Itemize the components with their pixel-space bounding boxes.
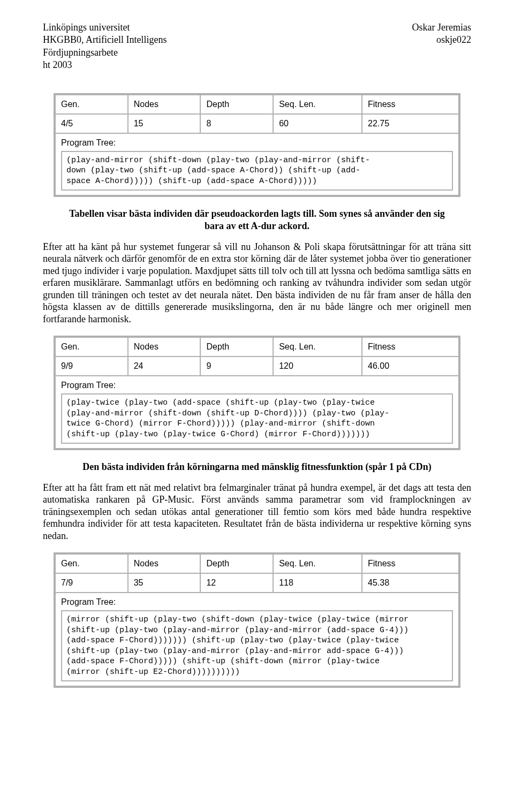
th-depth: Depth bbox=[200, 95, 273, 114]
th-gen: Gen. bbox=[55, 554, 128, 573]
td-depth: 9 bbox=[200, 356, 273, 376]
program-tree-code: (mirror (shift-up (play-two (shift-down … bbox=[61, 610, 453, 681]
program-tree-label: Program Tree: bbox=[61, 138, 453, 151]
program-tree-code: (play-and-mirror (shift-down (play-two (… bbox=[61, 151, 453, 191]
page-header: Linköpings universitet HKGBB0, Artificie… bbox=[43, 21, 471, 72]
program-tree-code: (play-twice (play-two (add-space (shift-… bbox=[61, 393, 453, 444]
td-fitness: 45.38 bbox=[362, 573, 459, 593]
body-paragraph-1: Efter att ha känt på hur systemet funger… bbox=[43, 241, 471, 325]
td-gen: 7/9 bbox=[55, 573, 128, 593]
td-depth: 12 bbox=[200, 573, 273, 593]
td-nodes: 24 bbox=[128, 356, 201, 376]
header-right-line: oskje022 bbox=[412, 34, 471, 46]
th-nodes: Nodes bbox=[128, 337, 201, 356]
td-nodes: 15 bbox=[128, 114, 201, 133]
header-left: Linköpings universitet HKGBB0, Artificie… bbox=[43, 21, 167, 72]
program-tree-row: Program Tree: (play-and-mirror (shift-do… bbox=[55, 133, 459, 196]
th-depth: Depth bbox=[200, 554, 273, 573]
table-caption-1: Tabellen visar bästa individen där pseud… bbox=[64, 208, 450, 233]
results-table-2: Gen. Nodes Depth Seq. Len. Fitness 9/9 2… bbox=[54, 336, 460, 450]
th-seq-len: Seq. Len. bbox=[273, 337, 362, 356]
header-left-line: ht 2003 bbox=[43, 59, 167, 71]
table-header-row: Gen. Nodes Depth Seq. Len. Fitness bbox=[55, 95, 459, 114]
program-tree-row: Program Tree: (play-twice (play-two (add… bbox=[55, 376, 459, 449]
td-nodes: 35 bbox=[128, 573, 201, 593]
th-fitness: Fitness bbox=[362, 554, 459, 573]
td-depth: 8 bbox=[200, 114, 273, 133]
th-fitness: Fitness bbox=[362, 337, 459, 356]
th-nodes: Nodes bbox=[128, 554, 201, 573]
header-right-line: Oskar Jeremias bbox=[412, 21, 471, 34]
program-tree-row: Program Tree: (mirror (shift-up (play-tw… bbox=[55, 593, 459, 686]
table-header-row: Gen. Nodes Depth Seq. Len. Fitness bbox=[55, 554, 459, 573]
header-right: Oskar Jeremias oskje022 bbox=[412, 21, 471, 72]
th-nodes: Nodes bbox=[128, 95, 201, 114]
results-table-1: Gen. Nodes Depth Seq. Len. Fitness 4/5 1… bbox=[54, 93, 460, 198]
header-left-line: Fördjupningsarbete bbox=[43, 47, 167, 59]
program-tree-label: Program Tree: bbox=[61, 597, 453, 610]
table-row: 7/9 35 12 118 45.38 bbox=[55, 573, 459, 593]
table-row: 4/5 15 8 60 22.75 bbox=[55, 114, 459, 133]
th-depth: Depth bbox=[200, 337, 273, 356]
td-seq: 118 bbox=[273, 573, 362, 593]
th-seq-len: Seq. Len. bbox=[273, 95, 362, 114]
td-seq: 120 bbox=[273, 356, 362, 376]
td-gen: 4/5 bbox=[55, 114, 128, 133]
header-left-line: HKGBB0, Artificiell Intelligens bbox=[43, 34, 167, 46]
table-caption-2: Den bästa individen från körningarna med… bbox=[64, 461, 450, 473]
th-seq-len: Seq. Len. bbox=[273, 554, 362, 573]
table-row: 9/9 24 9 120 46.00 bbox=[55, 356, 459, 376]
results-table-3: Gen. Nodes Depth Seq. Len. Fitness 7/9 3… bbox=[54, 552, 460, 688]
table-header-row: Gen. Nodes Depth Seq. Len. Fitness bbox=[55, 337, 459, 356]
th-gen: Gen. bbox=[55, 337, 128, 356]
header-left-line: Linköpings universitet bbox=[43, 21, 167, 34]
td-fitness: 46.00 bbox=[362, 356, 459, 376]
td-seq: 60 bbox=[273, 114, 362, 133]
td-gen: 9/9 bbox=[55, 356, 128, 376]
th-gen: Gen. bbox=[55, 95, 128, 114]
th-fitness: Fitness bbox=[362, 95, 459, 114]
program-tree-label: Program Tree: bbox=[61, 381, 453, 393]
td-fitness: 22.75 bbox=[362, 114, 459, 133]
body-paragraph-2: Efter att ha fått fram ett nät med relat… bbox=[43, 482, 471, 542]
